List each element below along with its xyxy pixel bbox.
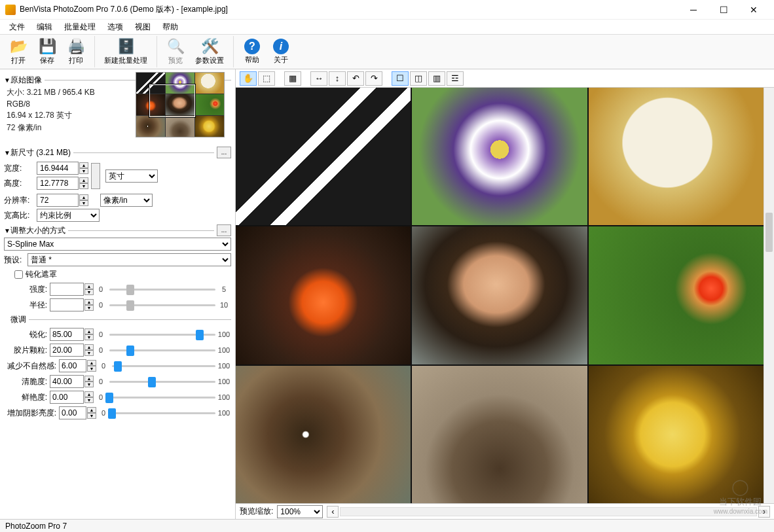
width-spinner[interactable]: ▲▼ <box>79 162 88 174</box>
preview-toolbar: ✋ ⬚ ▦ ↔ ↕ ↶ ↷ ☐ ◫ ▥ ☲ <box>236 69 774 88</box>
zoom-select[interactable]: 100% <box>277 505 323 518</box>
unit-res-select[interactable]: 像素/in <box>100 194 153 207</box>
unsharp-checkbox[interactable] <box>14 270 23 279</box>
crisp-slider[interactable] <box>109 376 215 387</box>
menubar: 文件 编辑 批量处理 选项 视图 帮助 <box>0 20 774 34</box>
newsize-more-button[interactable]: ... <box>217 147 231 158</box>
preset-label: 预设: <box>4 255 28 266</box>
menu-batch[interactable]: 批量处理 <box>59 20 101 34</box>
vivid-input[interactable] <box>50 391 84 404</box>
hand-tool[interactable]: ✋ <box>240 71 257 86</box>
vertical-scrollbar[interactable] <box>764 88 774 503</box>
strength-slider[interactable] <box>109 283 215 295</box>
sharpen-slider[interactable] <box>109 328 215 340</box>
unsharp-label: 钝化遮罩 <box>26 269 57 280</box>
about-button[interactable]: i关于 <box>267 36 295 67</box>
status-text: PhotoZoom Pro 7 <box>5 522 67 531</box>
statusbar: PhotoZoom Pro 7 <box>0 519 774 532</box>
zoom-scroll-left[interactable]: ‹ <box>327 506 339 518</box>
resolution-label: 分辨率: <box>4 195 37 206</box>
section-resize[interactable]: ▼调整大小的方式 ... <box>4 224 231 236</box>
section-newsize[interactable]: ▼新尺寸 (3.21 MB) ... <box>4 147 231 158</box>
ratio-label: 宽高比: <box>4 210 37 221</box>
crisp-input[interactable] <box>50 375 84 388</box>
main-toolbar: 📂打开 💾保存 🖨️打印 🗄️新建批量处理 🔍预览 🛠️参数设置 ?帮助 i关于 <box>0 34 774 69</box>
new-batch-button[interactable]: 🗄️新建批量处理 <box>99 36 153 67</box>
artifact-slider[interactable] <box>112 360 215 372</box>
unit-wh-select[interactable]: 英寸 <box>105 169 158 183</box>
vivid-slider[interactable] <box>109 391 215 403</box>
maximize-button[interactable]: ☐ <box>709 0 739 20</box>
height-spinner[interactable]: ▲▼ <box>79 177 88 189</box>
link-wh-toggle[interactable] <box>91 163 100 189</box>
open-button[interactable]: 📂打开 <box>4 36 33 67</box>
thumbnail-navigator[interactable] <box>136 72 225 137</box>
section-finetune[interactable]: ▼微调 <box>4 314 231 325</box>
app-icon <box>5 5 16 15</box>
view-split-h[interactable]: ▥ <box>428 71 445 86</box>
print-button[interactable]: 🖨️打印 <box>62 36 90 67</box>
horizontal-scrollbar[interactable] <box>340 507 757 516</box>
shadow-slider[interactable] <box>112 407 215 419</box>
preview-button[interactable]: 🔍预览 <box>161 36 190 67</box>
preview-canvas[interactable] <box>236 88 764 503</box>
preview-bottom-bar: 预览缩放: 100% ‹ › <box>236 503 774 519</box>
preset-select[interactable]: 普通 * <box>28 253 231 266</box>
resolution-spinner[interactable]: ▲▼ <box>79 194 88 206</box>
grain-input[interactable] <box>50 344 84 357</box>
zoom-label: 预览缩放: <box>240 506 273 517</box>
menu-options[interactable]: 选项 <box>102 20 128 34</box>
resize-more-button[interactable]: ... <box>217 224 231 236</box>
close-button[interactable]: ✕ <box>739 0 769 20</box>
artifact-input[interactable] <box>59 359 86 372</box>
view-split-v[interactable]: ◫ <box>410 71 427 86</box>
help-button[interactable]: ?帮助 <box>238 36 267 67</box>
fit-vertical[interactable]: ↕ <box>329 71 346 86</box>
save-button[interactable]: 💾保存 <box>33 36 62 67</box>
auto-tool[interactable]: ▦ <box>284 71 301 86</box>
strength-input[interactable] <box>50 283 84 296</box>
radius-slider[interactable] <box>109 299 215 311</box>
strength-spinner[interactable]: ▲▼ <box>84 283 94 295</box>
zoom-scroll-right[interactable]: › <box>758 506 770 518</box>
window-title: BenVista PhotoZoom Pro 7.0.6 (Demo 版本) -… <box>20 4 678 15</box>
resolution-input[interactable] <box>37 194 79 207</box>
width-label: 宽度: <box>4 163 37 174</box>
grain-slider[interactable] <box>109 344 215 356</box>
settings-button[interactable]: 🛠️参数设置 <box>190 36 229 67</box>
undo-button[interactable]: ↶ <box>347 71 364 86</box>
select-tool[interactable]: ⬚ <box>258 71 275 86</box>
resize-method-select[interactable]: S-Spline Max <box>4 238 231 251</box>
titlebar: BenVista PhotoZoom Pro 7.0.6 (Demo 版本) -… <box>0 0 774 20</box>
view-single[interactable]: ☐ <box>392 71 409 86</box>
view-quad[interactable]: ☲ <box>447 71 464 86</box>
width-input[interactable] <box>37 162 79 175</box>
redo-button[interactable]: ↷ <box>365 71 382 86</box>
strength-label: 强度: <box>4 284 50 295</box>
preview-area: ✋ ⬚ ▦ ↔ ↕ ↶ ↷ ☐ ◫ ▥ ☲ 预览缩放: 100% ‹ › <box>236 69 774 519</box>
sharpen-input[interactable] <box>50 328 84 341</box>
menu-help[interactable]: 帮助 <box>157 20 183 34</box>
fit-horizontal[interactable]: ↔ <box>310 71 327 86</box>
height-input[interactable] <box>37 177 79 190</box>
menu-file[interactable]: 文件 <box>4 20 30 34</box>
sidebar: ▼原始图像 大小: 3.21 MB / 965.4 KB RGB/8 16.94… <box>0 69 236 519</box>
radius-spinner[interactable]: ▲▼ <box>84 299 94 311</box>
shadow-input[interactable] <box>59 406 86 419</box>
radius-label: 半径: <box>4 300 50 311</box>
height-label: 高度: <box>4 178 37 189</box>
ratio-select[interactable]: 约束比例 <box>37 209 100 222</box>
menu-edit[interactable]: 编辑 <box>31 20 58 34</box>
minimize-button[interactable]: ─ <box>678 0 709 20</box>
menu-view[interactable]: 视图 <box>130 20 156 34</box>
radius-input[interactable] <box>50 298 84 311</box>
